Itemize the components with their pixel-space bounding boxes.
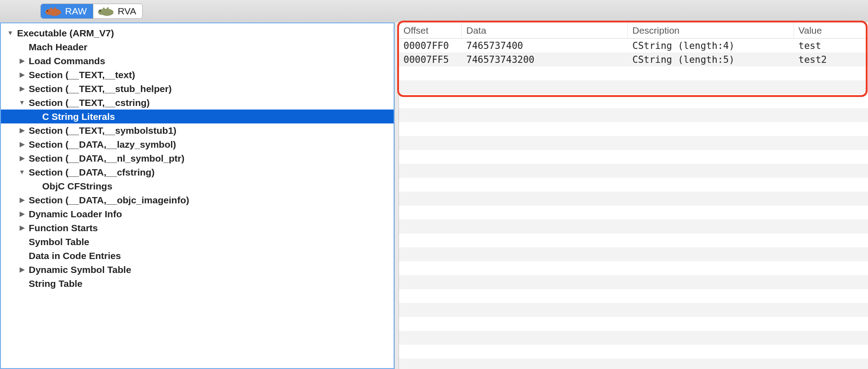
tree-pane: ▼Executable (ARM_V7)Mach Header▶Load Com…: [0, 22, 395, 369]
hippo-icon: [44, 6, 62, 17]
view-mode-raw[interactable]: RAW: [41, 4, 93, 18]
tree-label: Section (__DATA,__lazy_symbol): [29, 139, 176, 150]
tree-label: Executable (ARM_V7): [17, 28, 114, 39]
table-row-empty: [399, 233, 868, 247]
table-row-empty: [399, 331, 868, 345]
table-header: Offset Data Description Value: [399, 22, 868, 39]
tree-label: String Table: [29, 278, 83, 289]
table-row-empty: [399, 359, 868, 369]
table-row-empty: [399, 317, 868, 331]
table-row-empty: [399, 94, 868, 108]
tree-row[interactable]: ▶Load Commands: [1, 54, 394, 68]
tree-label: Function Starts: [29, 223, 98, 233]
chevron-right-icon[interactable]: ▶: [19, 71, 25, 78]
tree-label: Section (__TEXT,__stub_helper): [29, 83, 172, 94]
chevron-down-icon[interactable]: ▼: [19, 168, 25, 176]
table-row-empty: [399, 136, 868, 150]
svg-point-2: [47, 10, 48, 12]
table-row-empty: [399, 122, 868, 136]
cell-value: test: [794, 40, 868, 51]
svg-point-9: [107, 7, 109, 9]
table-row-empty: [399, 192, 868, 206]
table-row-empty: [399, 345, 868, 359]
tree-label: Data in Code Entries: [29, 250, 121, 261]
tree-label: Section (__DATA,__objc_imageinfo): [29, 195, 189, 206]
svg-point-6: [98, 9, 105, 15]
table-row-empty: [399, 178, 868, 192]
tree-row[interactable]: ObjC CFStrings: [1, 179, 394, 193]
svg-point-8: [103, 8, 105, 10]
split-gutter[interactable]: [395, 22, 399, 369]
table-row-empty: [399, 164, 868, 178]
tree-row[interactable]: ▶Section (__TEXT,__stub_helper): [1, 82, 394, 96]
tree-label: Dynamic Loader Info: [29, 209, 122, 220]
cell-offset: 00007FF0: [399, 40, 462, 51]
tree-label: Section (__TEXT,__symbolstub1): [29, 125, 176, 136]
table-row-empty: [399, 275, 868, 289]
table-row-empty: [399, 303, 868, 317]
tree-row[interactable]: String Table: [1, 277, 394, 290]
svg-point-3: [50, 8, 53, 10]
cell-description: CString (length:5): [628, 54, 794, 65]
view-mode-segment: RAW RVA: [40, 4, 143, 19]
tree-row[interactable]: ▶Section (__DATA,__lazy_symbol): [1, 137, 394, 151]
tree-row[interactable]: ▼Executable (ARM_V7): [1, 26, 394, 40]
svg-point-7: [100, 10, 101, 12]
table-row[interactable]: 00007FF07465737400CString (length:4)test: [399, 39, 868, 53]
table-row-empty: [399, 206, 868, 220]
view-mode-rva[interactable]: RVA: [93, 4, 142, 18]
chevron-right-icon[interactable]: ▶: [19, 266, 25, 273]
tree-row[interactable]: ▼Section (__TEXT,__cstring): [1, 96, 394, 110]
table-body: 00007FF07465737400CString (length:4)test…: [399, 39, 868, 369]
tree-label: Dynamic Symbol Table: [29, 264, 131, 275]
hippo-icon: [97, 6, 115, 17]
tree-row[interactable]: ▶Section (__TEXT,__text): [1, 68, 394, 82]
cell-value: test2: [794, 54, 868, 65]
table-row-empty: [399, 220, 868, 233]
tree-row[interactable]: Mach Header: [1, 40, 394, 54]
cell-description: CString (length:4): [628, 40, 794, 51]
chevron-right-icon[interactable]: ▶: [19, 196, 25, 203]
column-header-value[interactable]: Value: [794, 22, 868, 38]
tree-row[interactable]: ▶Section (__DATA,__objc_imageinfo): [1, 193, 394, 207]
chevron-right-icon[interactable]: ▶: [19, 85, 25, 92]
chevron-right-icon[interactable]: ▶: [19, 210, 25, 217]
chevron-right-icon[interactable]: ▶: [19, 154, 25, 162]
chevron-right-icon[interactable]: ▶: [19, 141, 25, 148]
column-header-data[interactable]: Data: [462, 22, 628, 38]
main-split: ▼Executable (ARM_V7)Mach Header▶Load Com…: [0, 22, 868, 369]
table-row-empty: [399, 66, 868, 80]
table-row-empty: [399, 80, 868, 94]
table-pane: Offset Data Description Value 00007FF074…: [399, 22, 868, 369]
chevron-right-icon[interactable]: ▶: [19, 224, 25, 231]
chevron-down-icon[interactable]: ▼: [19, 99, 25, 106]
cell-data: 746573743200: [462, 54, 628, 65]
chevron-right-icon[interactable]: ▶: [19, 57, 25, 64]
tree-label: Symbol Table: [29, 237, 89, 247]
column-header-description[interactable]: Description: [628, 22, 794, 38]
chevron-down-icon[interactable]: ▼: [7, 29, 13, 36]
tree-label: Section (__DATA,__nl_symbol_ptr): [29, 153, 184, 164]
segment-label: RAW: [65, 6, 87, 17]
tree-row[interactable]: ▶Function Starts: [1, 221, 394, 235]
tree-row[interactable]: Symbol Table: [1, 235, 394, 249]
table-row-empty: [399, 108, 868, 122]
cell-offset: 00007FF5: [399, 54, 462, 65]
tree-row[interactable]: C String Literals: [1, 110, 394, 123]
tree-row[interactable]: ▶Section (__TEXT,__symbolstub1): [1, 123, 394, 137]
cell-data: 7465737400: [462, 40, 628, 51]
svg-point-1: [45, 9, 53, 15]
tree-label: Section (__TEXT,__text): [29, 70, 135, 80]
tree-row[interactable]: ▶Section (__DATA,__nl_symbol_ptr): [1, 151, 394, 165]
segment-label: RVA: [118, 6, 136, 17]
table-row[interactable]: 00007FF5746573743200CString (length:5)te…: [399, 53, 868, 66]
table-row-empty: [399, 247, 868, 261]
chevron-right-icon[interactable]: ▶: [19, 127, 25, 134]
tree-row[interactable]: ▼Section (__DATA,__cfstring): [1, 165, 394, 179]
tree-row[interactable]: ▶Dynamic Symbol Table: [1, 263, 394, 277]
tree-label: Section (__TEXT,__cstring): [29, 97, 150, 108]
column-header-offset[interactable]: Offset: [399, 22, 462, 38]
table-row-empty: [399, 289, 868, 303]
tree-row[interactable]: Data in Code Entries: [1, 249, 394, 263]
tree-row[interactable]: ▶Dynamic Loader Info: [1, 207, 394, 221]
